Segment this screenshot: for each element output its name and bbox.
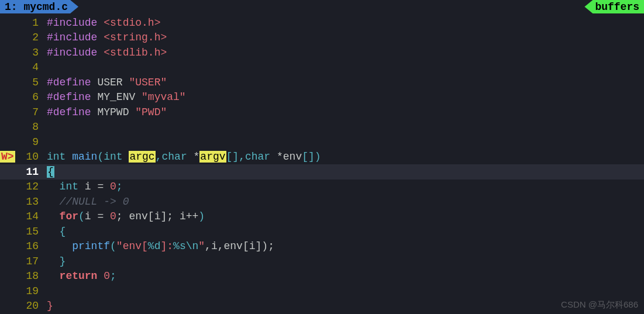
code-line: 19: [0, 284, 644, 299]
code-line: 18 return 0;: [0, 269, 644, 284]
code-content: #include <stdio.h>: [41, 17, 160, 29]
code-line: 20 }: [0, 299, 644, 314]
code-line: 6 #define MY_ENV "myval": [0, 90, 644, 105]
code-content: #include <string.h>: [41, 32, 167, 43]
highlighted-var: argc: [129, 151, 155, 163]
line-number: 12: [18, 181, 41, 192]
warning-icon: W>: [0, 151, 15, 163]
line-number: 18: [18, 270, 41, 282]
buffer-tab[interactable]: 1: mycmd.c: [0, 0, 78, 13]
code-content: int main(int argc,char *argv[],char *env…: [41, 151, 321, 163]
code-content: {: [41, 226, 66, 237]
code-content: }: [41, 256, 66, 267]
watermark: CSDN @马尔科686: [561, 299, 638, 310]
line-number: 6: [18, 91, 41, 103]
line-number: 15: [18, 226, 41, 237]
code-content: #define MY_ENV "myval": [41, 91, 186, 103]
line-number: 11: [18, 166, 41, 178]
code-line: 12 int i = 0;: [0, 180, 644, 195]
line-number: 5: [18, 77, 41, 88]
tab-bar: 1: mycmd.c buffers: [0, 0, 644, 15]
line-number: 19: [18, 285, 41, 297]
line-number: 14: [18, 211, 41, 222]
code-line: 8: [0, 120, 644, 135]
line-number: 4: [18, 61, 41, 73]
line-number: 16: [18, 240, 41, 252]
matched-brace: {: [47, 166, 54, 178]
line-number: 13: [18, 196, 41, 208]
line-number: 7: [18, 106, 41, 118]
code-line: 16 printf("env[%d]:%s\n",i,env[i]);: [0, 239, 644, 254]
code-line: 5 #define USER "USER": [0, 75, 644, 90]
code-content: {: [41, 166, 54, 178]
code-content: #include <stdlib.h>: [41, 47, 167, 58]
code-line: 2 #include <string.h>: [0, 30, 644, 46]
line-number: 1: [18, 17, 41, 29]
code-content: printf("env[%d]:%s\n",i,env[i]);: [41, 240, 274, 252]
code-line: 1 #include <stdio.h>: [0, 15, 644, 30]
code-content: #define USER "USER": [41, 77, 167, 88]
line-number: 20: [18, 300, 41, 312]
code-line: 4: [0, 60, 644, 75]
code-content: //NULL -> 0: [41, 196, 129, 208]
code-content: return 0;: [41, 270, 116, 282]
code-content: int i = 0;: [41, 181, 123, 192]
code-editor[interactable]: 1 #include <stdio.h> 2 #include <string.…: [0, 15, 644, 313]
code-line: 9: [0, 134, 644, 150]
line-number: 2: [18, 32, 41, 43]
code-line: 13 //NULL -> 0: [0, 194, 644, 209]
code-line: W> 10 int main(int argc,char *argv[],cha…: [0, 150, 644, 165]
line-number: 10: [18, 151, 41, 163]
matched-brace: }: [47, 300, 53, 312]
code-line: 14 for(i = 0; env[i]; i++): [0, 209, 644, 225]
code-line: 3 #include <stdlib.h>: [0, 45, 644, 60]
code-line: 15 {: [0, 224, 644, 239]
code-content: for(i = 0; env[i]; i++): [41, 211, 205, 222]
line-number: 3: [18, 47, 41, 58]
buffers-indicator[interactable]: buffers: [584, 0, 644, 13]
code-line-current: 11 {: [0, 164, 644, 180]
code-content: #define MYPWD "PWD": [41, 106, 167, 118]
line-number: 8: [18, 121, 41, 133]
code-line: 17 }: [0, 254, 644, 269]
gutter: W>: [0, 151, 18, 163]
code-content: }: [41, 300, 53, 312]
code-line: 7 #define MYPWD "PWD": [0, 105, 644, 120]
highlighted-var: argv: [199, 151, 226, 163]
line-number: 17: [18, 256, 41, 267]
line-number: 9: [18, 136, 41, 148]
